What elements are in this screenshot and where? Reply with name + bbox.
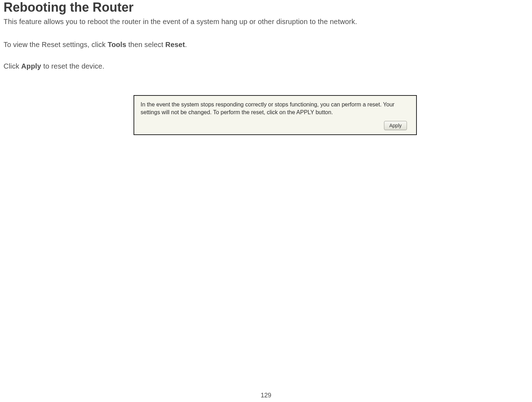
instruction-click-apply: Click Apply to reset the device. — [4, 62, 532, 70]
instruction-text: To view the Reset settings, click — [4, 41, 108, 48]
panel-text: In the event the system stops responding… — [141, 101, 410, 116]
instruction-text: . — [185, 41, 187, 48]
page-number: 129 — [261, 392, 271, 399]
reset-label: Reset — [165, 41, 185, 48]
reset-panel-container: In the event the system stops responding… — [134, 95, 532, 135]
reset-panel: In the event the system stops responding… — [134, 95, 417, 135]
apply-button[interactable]: Apply — [384, 121, 407, 130]
instruction-view-reset: To view the Reset settings, click Tools … — [4, 41, 532, 49]
apply-button-row: Apply — [141, 121, 410, 130]
feature-description: This feature allows you to reboot the ro… — [4, 18, 532, 26]
tools-label: Tools — [108, 41, 126, 48]
apply-label: Apply — [21, 62, 41, 70]
instruction-text: Click — [4, 62, 21, 70]
page-title: Rebooting the Router — [4, 0, 532, 15]
instruction-text: then select — [126, 41, 165, 48]
instruction-text: to reset the device. — [41, 62, 105, 70]
